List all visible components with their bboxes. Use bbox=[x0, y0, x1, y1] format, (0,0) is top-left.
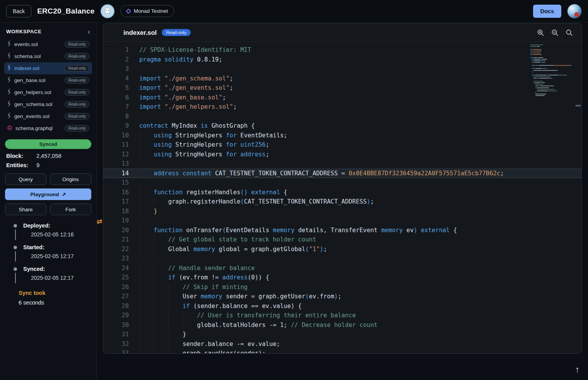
code-line[interactable]: 20 function onTransfer(EventDetails memo… bbox=[103, 226, 581, 235]
docs-button[interactable]: Docs bbox=[533, 5, 561, 18]
code-line[interactable]: 15 bbox=[103, 178, 581, 188]
user-avatar[interactable] bbox=[567, 4, 582, 19]
code-line[interactable]: 21 // Get global state to track holder c… bbox=[103, 235, 581, 245]
code-line[interactable]: 33 graph.saveUser(sender); bbox=[103, 349, 581, 353]
code-line[interactable]: 26 // Skip if minting bbox=[103, 282, 581, 292]
code-text: import "./gen_events.sol"; bbox=[139, 83, 233, 93]
search-icon[interactable] bbox=[566, 29, 573, 36]
code-line[interactable]: 24 // Handle sender balance bbox=[103, 264, 581, 273]
code-text: // User is transferring their entire bal… bbox=[139, 311, 356, 320]
collapse-sidebar-icon[interactable]: ‹ bbox=[88, 29, 90, 34]
readonly-badge: Read-only bbox=[65, 77, 89, 84]
code-text: // Skip if minting bbox=[139, 282, 248, 292]
timeline-dot bbox=[14, 267, 17, 271]
timeline-connector bbox=[15, 251, 16, 262]
code-text: // Get global state to track holder coun… bbox=[139, 235, 316, 245]
line-number: 11 bbox=[103, 140, 129, 150]
timeline-dot bbox=[14, 224, 17, 228]
scrollbar-thumb[interactable] bbox=[575, 105, 581, 106]
code-line[interactable]: 30 global.totalHolders -= 1; // Decrease… bbox=[103, 320, 581, 330]
readonly-badge: Read-only bbox=[65, 113, 89, 120]
workspace-title: WORKSPACE bbox=[6, 29, 41, 34]
share-button[interactable]: Share bbox=[5, 204, 46, 215]
code-text: using StringHelpers for EventDetails; bbox=[139, 131, 287, 140]
code-line[interactable]: 17 graph.registerHandle(CAT_TESTNET_TOKE… bbox=[103, 197, 581, 207]
line-number: 12 bbox=[103, 150, 129, 159]
scroll-to-top-button[interactable]: ↑ bbox=[575, 365, 579, 375]
sidebar-item-events-sol[interactable]: events.sol Read-only bbox=[4, 38, 92, 50]
entities-value: 9 bbox=[36, 162, 39, 168]
sidebar-item-gen-events-sol[interactable]: gen_events.sol Read-only bbox=[4, 110, 92, 122]
entities-stat: Entities: 9 bbox=[4, 161, 92, 170]
code-text: pragma solidity 0.8.19; bbox=[139, 55, 222, 65]
line-number: 26 bbox=[103, 282, 129, 292]
network-badge[interactable]: Monad Testnet bbox=[120, 5, 174, 17]
timeline-label: Deployed: bbox=[23, 223, 91, 229]
timeline-label: Synced: bbox=[23, 266, 91, 272]
sidebar-item-indexer-sol[interactable]: indexer.sol Read-only bbox=[4, 62, 92, 74]
code-text: global.totalHolders -= 1; // Decrease ho… bbox=[139, 320, 378, 330]
code-line[interactable]: 13 bbox=[103, 159, 581, 169]
panel-resize-handle[interactable]: ⇄ bbox=[97, 217, 102, 226]
code-line[interactable]: 6import "./gen_base.sol"; bbox=[103, 93, 581, 103]
file-name: gen_schema.sol bbox=[14, 101, 52, 107]
code-text: sender.balance -= ev.value; bbox=[139, 339, 280, 349]
sidebar-item-gen-schema-sol[interactable]: gen_schema.sol Read-only bbox=[4, 98, 92, 110]
timeline-timestamp: 2025-02-05 12:17 bbox=[31, 253, 91, 259]
code-line[interactable]: 14 address constant CAT_TESTNET_TOKEN_CO… bbox=[103, 169, 581, 178]
line-number: 17 bbox=[103, 197, 129, 207]
sidebar-item-gen-helpers-sol[interactable]: gen_helpers.sol Read-only bbox=[4, 86, 92, 98]
ghostgraph-logo-icon[interactable] bbox=[101, 4, 115, 18]
origins-button[interactable]: Origins bbox=[50, 173, 91, 185]
code-line[interactable]: 9contract MyIndex is GhostGraph { bbox=[103, 121, 581, 131]
line-number: 33 bbox=[103, 349, 129, 353]
query-button[interactable]: Query bbox=[5, 173, 46, 185]
code-line[interactable]: 25 if (ev.from != address(0)) { bbox=[103, 273, 581, 282]
code-line[interactable]: 7import "./gen_helpers.sol"; bbox=[103, 102, 581, 112]
code-line[interactable]: 10 using StringHelpers for EventDetails; bbox=[103, 131, 581, 140]
code-line[interactable]: 1// SPDX-License-Identifier: MIT bbox=[103, 45, 581, 55]
code-line[interactable]: 11 using StringHelpers for uint256; bbox=[103, 140, 581, 150]
file-name: schema.sol bbox=[14, 53, 41, 59]
code-line[interactable]: 32 sender.balance -= ev.value; bbox=[103, 339, 581, 349]
line-number: 21 bbox=[103, 235, 129, 245]
readonly-badge: Read-only bbox=[65, 53, 89, 60]
code-text: } bbox=[139, 330, 186, 339]
code-line[interactable]: 3 bbox=[103, 64, 581, 74]
code-line[interactable]: 12 using StringHelpers for address; bbox=[103, 150, 581, 159]
editor-filename: indexer.sol bbox=[123, 29, 157, 36]
code-line[interactable]: 4import "./gen_schema.sol"; bbox=[103, 74, 581, 84]
code-line[interactable]: 2pragma solidity 0.8.19; bbox=[103, 55, 581, 65]
code-line[interactable]: 23 bbox=[103, 254, 581, 264]
timeline-label: Started: bbox=[23, 244, 91, 250]
code-line[interactable]: 22 Global memory global = graph.getGloba… bbox=[103, 245, 581, 254]
sidebar-item-schema-sol[interactable]: schema.sol Read-only bbox=[4, 50, 92, 62]
line-number: 14 bbox=[103, 169, 129, 178]
code-line[interactable]: 29 // User is transferring their entire … bbox=[103, 311, 581, 320]
code-line[interactable]: 16 function registerHandles() external { bbox=[103, 188, 581, 197]
code-line[interactable]: 19 bbox=[103, 216, 581, 226]
code-line[interactable]: 28 if (sender.balance == ev.value) { bbox=[103, 301, 581, 311]
code-line[interactable]: 31 } bbox=[103, 330, 581, 339]
fork-button[interactable]: Fork bbox=[50, 204, 91, 215]
sidebar-item-gen-base-sol[interactable]: gen_base.sol Read-only bbox=[4, 74, 92, 86]
code-line[interactable]: 5import "./gen_events.sol"; bbox=[103, 83, 581, 93]
code-area[interactable]: 1// SPDX-License-Identifier: MIT2pragma … bbox=[103, 42, 581, 353]
zoom-in-icon[interactable] bbox=[537, 29, 544, 36]
playground-button[interactable]: Playground ↗ bbox=[5, 188, 91, 200]
code-text: import "./gen_schema.sol"; bbox=[139, 74, 233, 84]
code-line[interactable]: 18 } bbox=[103, 207, 581, 216]
back-button[interactable]: Back bbox=[6, 5, 31, 17]
code-text: User memory sender = graph.getUser(ev.fr… bbox=[139, 292, 342, 301]
line-number: 4 bbox=[103, 74, 129, 84]
zoom-out-icon[interactable] bbox=[551, 29, 559, 36]
code-line[interactable]: 27 User memory sender = graph.getUser(ev… bbox=[103, 292, 581, 301]
code-text: function registerHandles() external { bbox=[139, 188, 287, 197]
solidity-icon bbox=[7, 41, 11, 48]
playground-label: Playground bbox=[30, 192, 59, 197]
block-value: 2,457,058 bbox=[36, 153, 62, 159]
sidebar-item-schema-graphql[interactable]: schema.graphql Read-only bbox=[4, 122, 92, 134]
code-line[interactable]: 8 bbox=[103, 112, 581, 122]
minimap[interactable] bbox=[530, 44, 574, 98]
editor-panel: indexer.sol Read-only 1// SPDX-License-I… bbox=[103, 23, 582, 354]
